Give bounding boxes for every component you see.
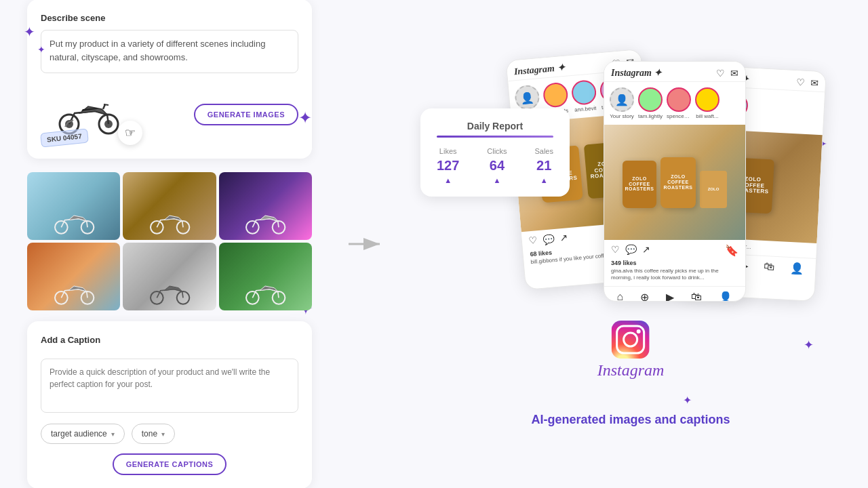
phone-2-icons: ♡ ✉ (716, 68, 738, 79)
message-icon-2: ✉ (730, 68, 738, 79)
main-container: Describe scene Put my product in a varie… (27, 0, 841, 488)
bookmark-action-2: 🔖 (725, 244, 738, 257)
ai-generated-caption: AI-generated images and captions (531, 413, 730, 427)
scene-textarea[interactable]: Put my product in a variety of different… (41, 30, 298, 73)
likes-label: Likes (437, 147, 459, 155)
caption-textarea[interactable] (41, 359, 298, 413)
likes-value: 127 (437, 158, 459, 174)
phone-1-logo: Instagram ✦ (513, 62, 566, 78)
svg-point-13 (81, 291, 94, 304)
grid-cell-1 (27, 172, 120, 240)
target-audience-dropdown[interactable]: target audience ▾ (41, 424, 125, 444)
stat-sales: Sales 21 ▲ (534, 147, 553, 184)
sales-label: Sales (534, 147, 553, 155)
clicks-label: Clicks (487, 147, 507, 155)
daily-report-card: Daily Report Likes 127 ▲ Clicks 64 ▲ Sal… (420, 108, 570, 197)
stat-likes: Likes 127 ▲ (437, 147, 459, 184)
grid-cell-2 (123, 172, 216, 240)
phone-2-comment: gina.alva this coffee really picks me up… (604, 266, 745, 286)
story-3: ann.bevit (571, 79, 598, 113)
sales-arrow: ▲ (534, 176, 553, 184)
clicks-arrow: ▲ (487, 176, 507, 184)
story-label-3: ann.bevit (574, 105, 597, 113)
generate-captions-button[interactable]: GENERATE CAPTIONS (113, 453, 227, 475)
shop-nav-icon: 🛍 (691, 291, 702, 302)
svg-point-11 (273, 221, 285, 234)
stats-row: Likes 127 ▲ Clicks 64 ▲ Sales 21 ▲ (437, 147, 553, 184)
svg-point-8 (151, 221, 163, 234)
moto-grid-6 (241, 278, 289, 305)
instagram-brand: Instagram (597, 321, 665, 380)
zolo-bag-p2-1: ZOLOCOFFEEROASTERS (623, 161, 656, 208)
comment-action-2: 💬 (625, 244, 637, 257)
story-avatar-p2-3 (667, 87, 691, 112)
svg-point-17 (273, 291, 285, 304)
sku-label: SKU 04057 (40, 128, 89, 147)
chevron-down-icon-1: ▾ (111, 430, 115, 438)
svg-point-23 (637, 329, 641, 333)
phone-2-header: Instagram ✦ ♡ ✉ (604, 62, 745, 82)
flow-arrow (346, 234, 387, 254)
phone-2-navbar: ⌂ ⊕ ▶ 🛍 👤 (604, 286, 745, 302)
svg-point-14 (151, 291, 163, 304)
message-icon-3: ✉ (810, 77, 818, 89)
phone-3-icons: ♡ ✉ (795, 77, 818, 89)
svg-point-16 (246, 291, 259, 304)
grid-cell-3 (219, 172, 312, 240)
your-story-avatar-2: 👤 (610, 87, 634, 112)
story-avatar-p2-2 (638, 87, 663, 112)
share-action-2: ↗ (642, 244, 650, 257)
tone-dropdown[interactable]: tone ▾ (132, 424, 175, 444)
heart-icon-2: ♡ (716, 68, 725, 79)
story-avatar-p2-4 (695, 87, 719, 112)
phone-2-content: ZOLOCOFFEEROASTERS ZOLOCOFFEEROASTERS ZO… (604, 125, 745, 240)
cursor-icon: ☞ (118, 121, 142, 145)
left-panel: Describe scene Put my product in a varie… (27, 0, 312, 488)
right-panel: Daily Report Likes 127 ▲ Clicks 64 ▲ Sal… (420, 54, 841, 434)
svg-line-5 (104, 104, 108, 105)
zolo-bag-p2-2: ZOLOCOFFEEROASTERS (660, 157, 696, 208)
likes-arrow: ▲ (437, 176, 459, 184)
grid-cell-4 (27, 243, 120, 310)
story-avatar-3 (571, 79, 597, 106)
chevron-down-icon-2: ▾ (161, 430, 165, 438)
target-audience-label: target audience (51, 429, 107, 439)
scene-title: Describe scene (41, 13, 298, 23)
svg-point-6 (55, 221, 68, 234)
phone-2-actions: ♡ 💬 ↗ 🔖 (604, 240, 745, 260)
action-icons-1: ♡ 💬 ↗ (528, 232, 568, 248)
zolo-bottle-p2: ZOLO (700, 171, 727, 208)
moto-grid-4 (50, 278, 98, 305)
home-nav-icon: ⌂ (617, 291, 624, 302)
svg-point-9 (177, 221, 190, 234)
moto-grid-3 (241, 207, 289, 235)
shop-nav-icon-3: 🛍 (763, 260, 774, 274)
story-p2-2: tam.lightly (638, 87, 663, 119)
comment-action-1: 💬 (542, 233, 555, 247)
story-p2-4: bill waft... (695, 87, 719, 119)
stat-clicks: Clicks 64 ▲ (487, 147, 507, 184)
grid-cell-5 (123, 243, 216, 310)
phone-mockup-2: Instagram ✦ ♡ ✉ 👤 Your story tam.lightly (604, 61, 746, 302)
reel-nav-icon: ▶ (666, 291, 674, 302)
dropdowns-row: target audience ▾ tone ▾ (41, 424, 298, 444)
heart-action-2: ♡ (611, 244, 620, 257)
scene-card: Describe scene Put my product in a varie… (27, 0, 312, 159)
action-icons-2: ♡ 💬 ↗ (611, 244, 650, 257)
share-action-1: ↗ (559, 232, 569, 245)
instagram-icon (612, 321, 650, 359)
profile-nav-icon-3: 👤 (789, 262, 804, 275)
moto-grid-2 (146, 207, 193, 235)
clicks-value: 64 (487, 158, 507, 174)
instagram-brand-text: Instagram (597, 361, 665, 380)
daily-report-title: Daily Report (437, 121, 553, 131)
story-your-2: 👤 Your story (610, 87, 634, 119)
arrow-container (339, 234, 393, 254)
product-image-area: SKU 04057 ☞ (41, 84, 136, 145)
generate-images-button[interactable]: GENERATE IMAGES (194, 104, 298, 125)
phone-2-logo: Instagram ✦ (611, 67, 662, 79)
story-label-p2-4: bill waft... (696, 113, 718, 119)
caption-card: Add a Caption target audience ▾ tone ▾ G… (27, 321, 312, 488)
search-nav-icon: ⊕ (640, 291, 649, 302)
caption-title: Add a Caption (41, 335, 298, 345)
